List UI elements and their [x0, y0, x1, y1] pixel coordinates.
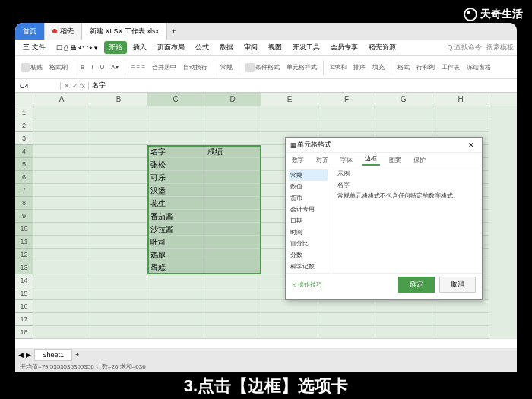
cell-G18[interactable] — [375, 326, 432, 339]
tab-home[interactable]: 首页 — [15, 23, 45, 40]
sheet-add[interactable]: + — [75, 351, 79, 359]
col-header-h[interactable]: H — [432, 93, 489, 106]
row-header[interactable]: 13 — [15, 261, 33, 274]
col-header-a[interactable]: A — [33, 93, 90, 106]
ribbon-fill[interactable]: 填充 — [370, 62, 387, 72]
cell-C3[interactable] — [147, 132, 204, 145]
tips-link[interactable]: ⊙ 操作技巧 — [292, 280, 394, 289]
col-header-e[interactable]: E — [261, 93, 318, 106]
cell-B10[interactable] — [90, 223, 147, 236]
cell-D8[interactable] — [204, 197, 261, 210]
menu-review[interactable]: 审阅 — [239, 41, 262, 54]
cell-C14[interactable] — [147, 274, 204, 287]
cell-C9[interactable]: 番茄酱 — [147, 210, 204, 223]
cell-D14[interactable] — [204, 274, 261, 287]
cell-A18[interactable] — [33, 326, 90, 339]
cell-H18[interactable] — [432, 326, 489, 339]
cell-D5[interactable] — [204, 158, 261, 171]
col-header-g[interactable]: G — [375, 93, 432, 106]
cell-B12[interactable] — [90, 249, 147, 261]
ribbon-fontcolor[interactable]: A▾ — [109, 63, 120, 71]
dlg-tab-protect[interactable]: 保护 — [410, 154, 429, 166]
row-header[interactable]: 15 — [15, 287, 33, 300]
row-header[interactable]: 10 — [15, 223, 33, 236]
cell-A11[interactable] — [33, 236, 90, 249]
cell-C11[interactable]: 吐司 — [147, 236, 204, 249]
cell-D17[interactable] — [204, 313, 261, 326]
cell-B13[interactable] — [90, 261, 147, 274]
ribbon-cellstyle[interactable]: 单元格样式 — [284, 62, 319, 72]
cell-D15[interactable] — [204, 287, 261, 300]
menu-start[interactable]: 开始 — [104, 41, 127, 54]
cell-D3[interactable] — [204, 132, 261, 145]
menu-member[interactable]: 会员专享 — [326, 41, 363, 54]
cell-B1[interactable] — [90, 106, 147, 119]
ribbon-sheet[interactable]: 工作表 — [439, 62, 462, 72]
cell-C4[interactable]: 名字 — [147, 145, 204, 158]
ribbon-numfmt[interactable]: 常规 — [218, 62, 235, 72]
col-header-f[interactable]: F — [318, 93, 375, 106]
cell-D13[interactable] — [204, 261, 261, 274]
row-header[interactable]: 4 — [15, 145, 33, 158]
cell-C7[interactable]: 汉堡 — [147, 184, 204, 197]
dialog-titlebar[interactable]: ▦ 单元格格式 ✕ — [286, 138, 482, 153]
cell-C6[interactable]: 可乐 — [147, 171, 204, 184]
cell-G2[interactable] — [375, 119, 432, 132]
cell-G17[interactable] — [375, 313, 432, 326]
menu-dev[interactable]: 开发工具 — [288, 41, 325, 54]
ribbon-bold[interactable]: B — [78, 63, 87, 71]
cell-B8[interactable] — [90, 197, 147, 210]
ribbon-format[interactable]: 格式 — [395, 62, 412, 72]
cell-G1[interactable] — [375, 106, 432, 119]
menu-insert[interactable]: 插入 — [128, 41, 151, 54]
tab-templates[interactable]: 稻壳 — [45, 23, 82, 40]
cell-D12[interactable] — [204, 249, 261, 261]
ribbon-align[interactable]: ≡ ≡ ≡ — [129, 63, 147, 71]
dlg-tab-border[interactable]: 边框 — [362, 153, 380, 166]
cat-fraction[interactable]: 分数 — [289, 249, 328, 261]
col-header-c[interactable]: C — [147, 93, 204, 106]
cat-general[interactable]: 常规 — [289, 169, 328, 181]
ribbon-underline[interactable]: U — [98, 63, 107, 71]
cell-A15[interactable] — [33, 287, 90, 300]
ribbon-formatpaint[interactable]: 格式刷 — [47, 62, 70, 72]
cell-C12[interactable]: 鸡腿 — [147, 249, 204, 261]
cell-D18[interactable] — [204, 326, 261, 339]
ribbon-merge[interactable]: 合并居中 — [150, 62, 179, 72]
menu-file[interactable]: 三 文件 — [18, 41, 50, 54]
cell-F16[interactable] — [318, 300, 375, 313]
cell-B5[interactable] — [90, 158, 147, 171]
row-header[interactable]: 1 — [15, 106, 33, 119]
ribbon-cond[interactable]: 条件格式 — [243, 62, 282, 73]
row-header[interactable]: 9 — [15, 210, 33, 223]
cell-B11[interactable] — [90, 236, 147, 249]
formula-buttons[interactable]: ✕ ✓ fx — [61, 82, 89, 90]
row-header[interactable]: 14 — [15, 274, 33, 287]
cat-currency[interactable]: 货币 — [289, 192, 328, 204]
menu-search[interactable]: Q 查找命令搜索模板 — [447, 43, 514, 52]
cell-A4[interactable] — [33, 145, 90, 158]
cell-D7[interactable] — [204, 184, 261, 197]
dlg-tab-font[interactable]: 字体 — [337, 154, 356, 166]
cell-G16[interactable] — [375, 300, 432, 313]
formula-input[interactable]: 名字 — [89, 81, 517, 90]
menu-layout[interactable]: 页面布局 — [153, 41, 189, 54]
cell-C5[interactable]: 张松 — [147, 158, 204, 171]
cell-E16[interactable] — [261, 300, 318, 313]
menu-data[interactable]: 数据 — [215, 41, 238, 54]
cell-F17[interactable] — [318, 313, 375, 326]
ribbon-rowcol[interactable]: 行和列 — [414, 62, 437, 72]
cell-A10[interactable] — [33, 223, 90, 236]
ribbon-paste[interactable]: 粘贴 — [18, 62, 45, 73]
name-box[interactable]: C4 — [15, 82, 61, 90]
col-header-d[interactable]: D — [204, 93, 261, 106]
cell-H2[interactable] — [432, 119, 489, 132]
cell-H17[interactable] — [432, 313, 489, 326]
cell-C16[interactable] — [147, 300, 204, 313]
ribbon-italic[interactable]: I — [89, 63, 95, 71]
cell-D1[interactable] — [204, 106, 261, 119]
menu-res[interactable]: 稻壳资源 — [364, 41, 401, 54]
cat-time[interactable]: 时间 — [289, 226, 328, 238]
cell-D9[interactable] — [204, 210, 261, 223]
tab-add[interactable]: + — [167, 27, 180, 35]
